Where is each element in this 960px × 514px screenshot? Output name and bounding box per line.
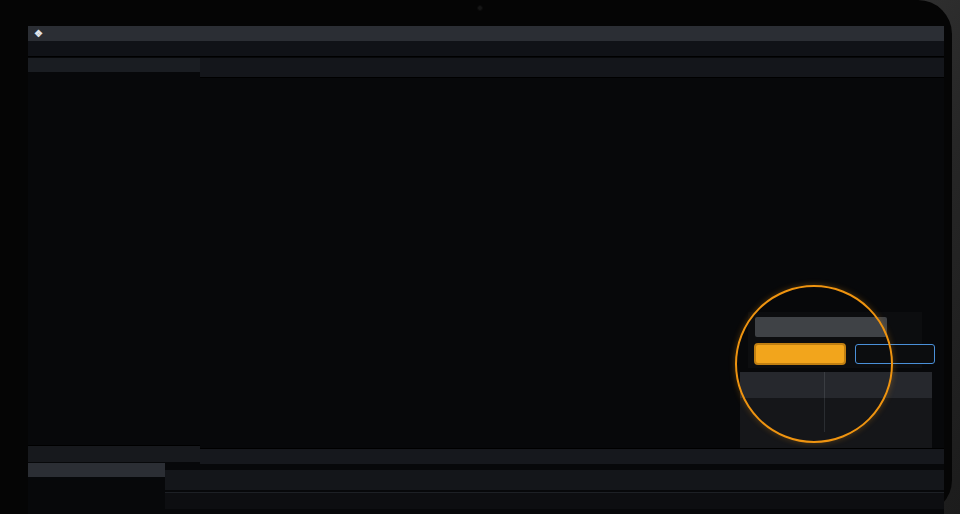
monitor-bezel: ❖ [0,0,952,514]
laptop-mockup: ❖ [0,0,960,514]
highlight-circle [735,285,893,443]
positions-table-header [165,492,944,509]
bottom-tab-bar [165,470,944,490]
app-logo: ❖ [28,29,48,39]
account-summary-panel [28,463,165,477]
cf-global-logo-icon: ❖ [34,29,43,39]
quotes-panel [28,58,200,72]
account-summary-title [28,463,165,477]
title-bar: ❖ [28,26,944,41]
main-toolbar [28,41,944,57]
indicator-tab-bar [200,448,944,464]
trading-app-window: ❖ [28,26,944,514]
quotes-header [28,58,200,72]
chart-toolbar [200,58,944,78]
watchlist-tab-strip [28,445,200,462]
webcam-dot [477,5,483,11]
